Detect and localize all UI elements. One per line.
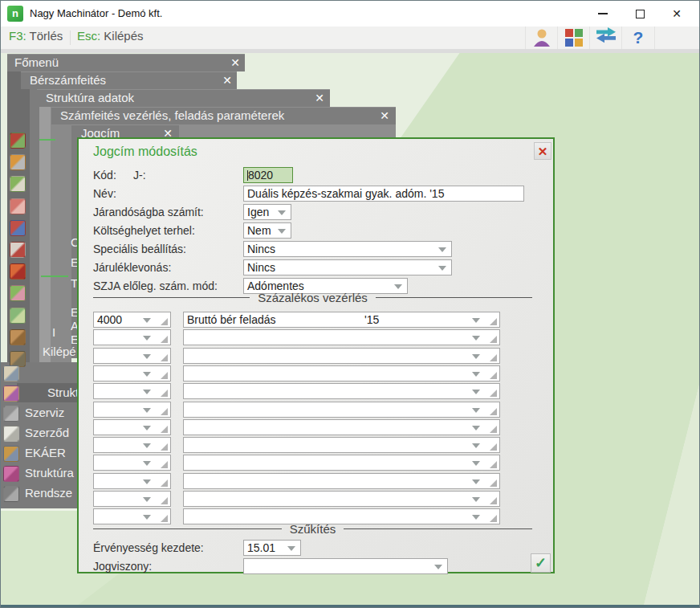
corner-handle-icon	[490, 372, 497, 379]
koltseghelyet-dropdown[interactable]: Nem	[243, 222, 291, 239]
corner-handle-icon	[490, 390, 497, 397]
shortcut-exit-label: Kilépés	[104, 29, 143, 43]
menu-text-fragment: E	[71, 255, 77, 270]
jarulek-value: Nincs	[247, 260, 275, 275]
window-title: Nagy Machinátor - Demó kft.	[30, 7, 162, 19]
shortcut-exit[interactable]: Esc: Kilépés	[77, 29, 144, 47]
specialis-dropdown[interactable]: Nincs	[243, 241, 452, 257]
window-szamfeites-titlebar[interactable]: Számfeités vezérlés, feladás paraméterek…	[51, 107, 396, 124]
nev-input[interactable]: Duális képzés-szakmai gyak. adóm. '15	[243, 186, 524, 202]
basket-icon[interactable]	[10, 133, 26, 149]
jarandosagba-dropdown[interactable]: Igen	[243, 204, 291, 220]
package-icon[interactable]	[10, 329, 26, 345]
percent-name-dropdown[interactable]: Bruttó bér feladás '15	[183, 312, 500, 328]
percent-code-dropdown[interactable]	[93, 329, 171, 345]
percent-code-dropdown[interactable]	[93, 419, 171, 435]
color-cube-icon[interactable]	[10, 220, 26, 236]
berszamfeites-title: Bérszámfeités	[30, 71, 106, 89]
szamfeites-close-icon[interactable]: ✕	[376, 107, 393, 124]
percent-code-dropdown[interactable]	[93, 491, 171, 507]
struktura-adatok-close-icon[interactable]: ✕	[311, 89, 328, 107]
menu-separator-fragment	[39, 139, 55, 141]
chevron-down-icon	[472, 461, 480, 466]
menu-text-fragment: C	[71, 235, 77, 250]
window-close-button[interactable]: ✕	[658, 1, 695, 27]
window-struktura-adatok-titlebar[interactable]: Struktúra adatok ✕	[37, 89, 330, 107]
window-bottom-edge	[1, 605, 700, 608]
corner-handle-icon	[490, 443, 497, 451]
percent-name-dropdown[interactable]	[183, 455, 500, 471]
user-icon	[531, 27, 552, 48]
percent-name-dropdown[interactable]	[183, 348, 500, 364]
toolbar-shadow-strip	[1, 49, 700, 53]
sidebar-menu-item[interactable]: EKÁER	[1, 444, 77, 463]
ervenyesseg-dropdown[interactable]: 15.01	[243, 540, 301, 556]
percent-name-dropdown[interactable]	[183, 437, 500, 453]
percent-row	[79, 473, 556, 489]
percent-name-dropdown[interactable]	[183, 383, 500, 399]
percent-code-dropdown[interactable]	[93, 437, 171, 453]
jogviszony-dropdown[interactable]	[243, 558, 448, 574]
user-button[interactable]	[525, 27, 558, 49]
menu-text-fragment: E	[71, 333, 77, 347]
chevron-down-icon	[472, 408, 480, 413]
cart-icon[interactable]	[10, 154, 26, 170]
mail-box-icon[interactable]	[10, 242, 26, 258]
sidebar-menu-item[interactable]: Szerviz	[1, 404, 77, 423]
transfer-button[interactable]	[589, 27, 622, 49]
maximize-icon	[636, 10, 645, 18]
corner-handle-icon	[161, 497, 168, 504]
percent-name-dropdown[interactable]	[183, 402, 500, 418]
chevron-down-icon	[143, 497, 151, 502]
document-icon	[3, 426, 19, 442]
dialog-close-button[interactable]: ✕	[534, 142, 551, 160]
maximize-button[interactable]	[621, 1, 658, 27]
sidebar-menu-item[interactable]: Strukt	[1, 384, 77, 403]
sidebar-menu-item[interactable]: Struktúra	[1, 464, 77, 484]
berszamfeites-close-icon[interactable]: ✕	[219, 71, 235, 89]
corner-handle-icon	[161, 318, 168, 325]
percent-code-dropdown[interactable]	[93, 348, 171, 364]
percent-row: 4000 Bruttó bér feladás '15	[79, 312, 556, 328]
corner-handle-icon	[161, 443, 168, 451]
menu-text-fragment: I	[52, 325, 59, 340]
banknote-icon[interactable]	[10, 308, 26, 324]
chevron-down-icon	[287, 546, 295, 551]
chevron-down-icon	[143, 336, 151, 341]
modules-button[interactable]	[557, 27, 590, 49]
confirm-button[interactable]: ✓	[531, 553, 551, 573]
help-button[interactable]: ?	[621, 27, 655, 49]
bar-chart-icon[interactable]	[10, 285, 26, 301]
percent-name-dropdown[interactable]	[183, 473, 500, 489]
percent-code-dropdown[interactable]	[93, 402, 171, 418]
shortcut-delete[interactable]: F3: Törlés	[9, 29, 63, 47]
tape-roll-icon[interactable]	[10, 198, 26, 214]
percent-name-dropdown[interactable]	[183, 365, 500, 382]
minimize-button[interactable]	[584, 1, 621, 27]
percent-code-dropdown[interactable]	[93, 365, 171, 382]
corner-handle-icon	[161, 479, 168, 487]
window-fomenu-titlebar[interactable]: Főmenü ✕	[7, 54, 245, 71]
percent-name-dropdown[interactable]	[183, 491, 500, 507]
sidebar-menu-item[interactable]: Szerződ	[1, 424, 77, 443]
chevron-down-icon	[143, 479, 151, 484]
kod-sub-label: J-:	[133, 169, 146, 182]
sidebar-menu-item[interactable]: Rendsze	[1, 484, 77, 504]
fomenu-close-icon[interactable]: ✕	[227, 54, 243, 71]
corner-handle-icon	[161, 372, 168, 379]
money-stack-icon[interactable]	[10, 176, 26, 192]
window-titlebar[interactable]: n Nagy Machinátor - Demó kft. ✕	[1, 1, 700, 27]
red-book-icon[interactable]	[10, 263, 26, 280]
percent-code-dropdown[interactable]	[93, 473, 171, 489]
percent-name-dropdown[interactable]	[183, 329, 500, 345]
kod-input[interactable]: 8020	[243, 167, 293, 183]
envelope-icon	[3, 365, 19, 382]
window-berszamfeites-titlebar[interactable]: Bérszámfeités ✕	[21, 71, 237, 89]
jarulek-dropdown[interactable]: Nincs	[243, 259, 452, 275]
percent-code-value: 4000	[97, 312, 122, 327]
percent-name-dropdown[interactable]	[183, 419, 500, 435]
percent-code-dropdown[interactable]	[93, 455, 171, 471]
percent-code-dropdown[interactable]: 4000	[93, 312, 171, 328]
sidebar-menu-item[interactable]	[1, 364, 77, 383]
percent-code-dropdown[interactable]	[93, 383, 171, 399]
